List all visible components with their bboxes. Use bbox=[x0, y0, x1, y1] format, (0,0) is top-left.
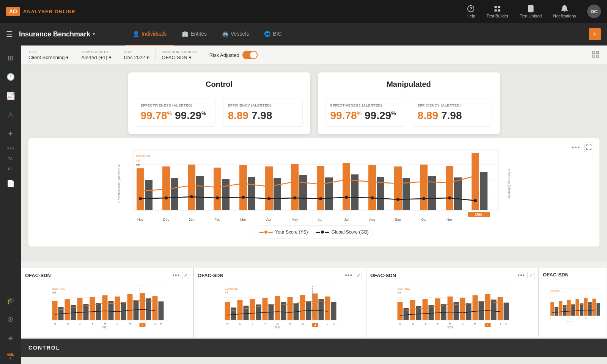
svg-text:N: N bbox=[226, 322, 228, 325]
svg-rect-145 bbox=[567, 300, 571, 316]
chart-control-label: CONTROL bbox=[136, 154, 151, 158]
tab-vessels[interactable]: 🚢 Vessels bbox=[214, 23, 256, 46]
entites-icon: 🏢 bbox=[182, 31, 188, 37]
bottom-card-3-expand[interactable]: ⤢ bbox=[527, 272, 535, 279]
cards-chart-section: Control EFFECTIVENESS (ALERTED) 99.78% 9… bbox=[21, 65, 607, 262]
ys-dot-10 bbox=[371, 180, 374, 184]
svg-rect-149 bbox=[584, 298, 587, 315]
control-efficiency-dark: 7.98 bbox=[252, 110, 272, 122]
notifications-nav-item[interactable]: Notifications bbox=[553, 5, 576, 18]
ys-dot-11 bbox=[396, 182, 399, 185]
svg-text:N: N bbox=[399, 322, 401, 325]
bottom-control-bar: CONTROL bbox=[21, 339, 607, 357]
sidebar-item-chart[interactable]: 📈 bbox=[2, 87, 19, 104]
svg-rect-11 bbox=[596, 55, 599, 57]
x-label-2: Dec bbox=[163, 218, 169, 221]
tab-entites[interactable]: 🏢 Entites bbox=[174, 23, 214, 46]
bottom-card-1-more[interactable]: ••• bbox=[172, 272, 180, 279]
nav-right: ? Help Test Builder Test Upload Notifica… bbox=[467, 5, 601, 18]
chart-more-button[interactable]: ••• bbox=[572, 144, 580, 151]
user-avatar[interactable]: DC bbox=[587, 5, 601, 18]
x-label-5: Mar bbox=[240, 218, 246, 221]
sidebar-item-graduation[interactable]: 🎓 bbox=[2, 292, 19, 309]
manipulated-efficiency-dark: 7.98 bbox=[441, 110, 462, 122]
tab-individuals[interactable]: 👤 Individuals bbox=[125, 23, 174, 46]
sas-label: SAS bbox=[7, 146, 14, 150]
hamburger-menu[interactable]: ☰ bbox=[6, 30, 13, 39]
risk-adjusted-label: Risk Adjusted bbox=[209, 52, 239, 58]
test-upload-nav-item[interactable]: Test Upload bbox=[520, 5, 542, 18]
x-label-4: Feb bbox=[214, 218, 220, 221]
sidebar-item-grid[interactable]: ⊞ bbox=[2, 49, 19, 66]
control-efficiency-values: 8.89 7.98 bbox=[228, 110, 298, 122]
manipulated-card-title: Manipulated bbox=[326, 80, 492, 93]
svg-text:2021: 2021 bbox=[567, 320, 571, 323]
bottom-card-2-more[interactable]: ••• bbox=[345, 272, 352, 279]
test-builder-nav-item[interactable]: Test Builder bbox=[487, 5, 508, 18]
legend-ys: Your Score (YS) bbox=[259, 229, 308, 235]
svg-rect-75 bbox=[288, 297, 293, 320]
svg-text:M: M bbox=[449, 322, 451, 325]
sidebar-item-clock[interactable]: 🕐 bbox=[2, 68, 19, 85]
second-navigation: ☰ Insurance Benchmark ▾ 👤 Individuals 🏢 … bbox=[0, 23, 607, 46]
x-label-8: Jun bbox=[318, 218, 323, 221]
risk-adjusted-switch[interactable] bbox=[242, 51, 258, 59]
sidebar-item-alert[interactable]: ⚠ bbox=[2, 106, 19, 123]
benchmark-dropdown-arrow[interactable]: ▾ bbox=[93, 31, 95, 37]
svg-text:M: M bbox=[277, 322, 279, 325]
sanction-select[interactable]: OFAC-SDN ▾ bbox=[162, 55, 197, 60]
bottom-card-1-expand[interactable]: ⤢ bbox=[182, 272, 189, 279]
test-filter-select[interactable]: Client Screening ▾ bbox=[28, 55, 69, 60]
svg-rect-33 bbox=[90, 297, 95, 320]
bottom-card-4-title: OFAC-SDN bbox=[543, 272, 569, 278]
control-metrics: EFFECTIVENESS (ALERTED) 99.78% 99.29% EF… bbox=[136, 99, 303, 127]
gb-dot-8 bbox=[319, 197, 322, 200]
sidebar-item-star[interactable]: ✦ bbox=[2, 125, 19, 142]
svg-text:J: J bbox=[154, 322, 156, 325]
svg-text:J: J bbox=[79, 322, 81, 325]
date-filter-select[interactable]: Dec 2022 ▾ bbox=[124, 55, 149, 60]
gb-dot-9 bbox=[345, 196, 348, 199]
manipulated-effectiveness-dark: 99.29% bbox=[365, 110, 396, 122]
sidebar-item-gear[interactable]: ⚙ bbox=[2, 311, 19, 328]
sidebar-item-doc[interactable]: 📄 bbox=[2, 175, 19, 192]
svg-text:J: J bbox=[315, 324, 316, 326]
svg-rect-151 bbox=[592, 299, 596, 316]
svg-rect-42 bbox=[146, 298, 151, 320]
bottom-card-1-header: OFAC-SDN ••• ⤢ bbox=[25, 272, 189, 279]
bottom-card-2: OFAC-SDN ••• ⤢ bbox=[193, 268, 366, 337]
bottom-card-3-more[interactable]: ••• bbox=[517, 272, 525, 279]
date-filter-label: DATE bbox=[124, 50, 149, 54]
sidebar-item-sas[interactable]: SAS bbox=[7, 144, 14, 152]
svg-text:D: D bbox=[67, 322, 69, 325]
bottom-cards-row: OFAC-SDN ••• ⤢ bbox=[21, 268, 607, 337]
filter-expand-icon[interactable] bbox=[592, 50, 599, 60]
svg-text:A: A bbox=[505, 322, 507, 325]
left-sidebar: ⊞ 🕐 📈 ⚠ ✦ SAS TA DA 📄 🎓 ⚙ ☀ AML A bbox=[0, 46, 21, 364]
view-score-select[interactable]: Alerted (+1) ▾ bbox=[81, 55, 111, 60]
tab-bic[interactable]: 🌐 BIC bbox=[256, 23, 289, 46]
bar-dark-14 bbox=[480, 172, 487, 210]
gb-dot-12 bbox=[422, 197, 425, 200]
manipulated-card: Manipulated EFFECTIVENESS (ALERTED) 99.7… bbox=[318, 72, 500, 134]
control-effectiveness-orange: 99.78% bbox=[141, 110, 172, 122]
view-score-filter: VIEW SCORE BY Alerted (+1) ▾ bbox=[81, 50, 111, 60]
bottom-card-2-expand[interactable]: ⤢ bbox=[355, 272, 362, 279]
sidebar-item-da[interactable]: DA bbox=[8, 165, 13, 173]
svg-text:CONTROL: CONTROL bbox=[225, 287, 238, 290]
main-layout: ⊞ 🕐 📈 ⚠ ✦ SAS TA DA 📄 🎓 ⚙ ☀ AML A bbox=[0, 46, 607, 364]
logo: AO ANALYSER ONLINE bbox=[6, 7, 75, 16]
help-nav-item[interactable]: ? Help bbox=[467, 5, 475, 18]
date-dropdown-icon: ▾ bbox=[146, 55, 149, 60]
svg-rect-147 bbox=[576, 299, 579, 315]
control-card: Control EFFECTIVENESS (ALERTED) 99.78% 9… bbox=[128, 72, 310, 134]
manipulated-efficiency-group: EFFICIENCY (ALERTED) 8.89 7.98 bbox=[413, 99, 492, 127]
svg-rect-115 bbox=[473, 295, 478, 320]
gb-dot-14 bbox=[474, 199, 477, 202]
sidebar-item-sun[interactable]: ☀ bbox=[2, 330, 19, 347]
sidebar-item-ta[interactable]: TA bbox=[8, 154, 13, 163]
svg-text:YS: YS bbox=[225, 291, 229, 294]
bar-dark-4 bbox=[222, 179, 230, 210]
chart-expand-button[interactable] bbox=[584, 143, 593, 153]
add-button[interactable]: + bbox=[589, 28, 601, 40]
